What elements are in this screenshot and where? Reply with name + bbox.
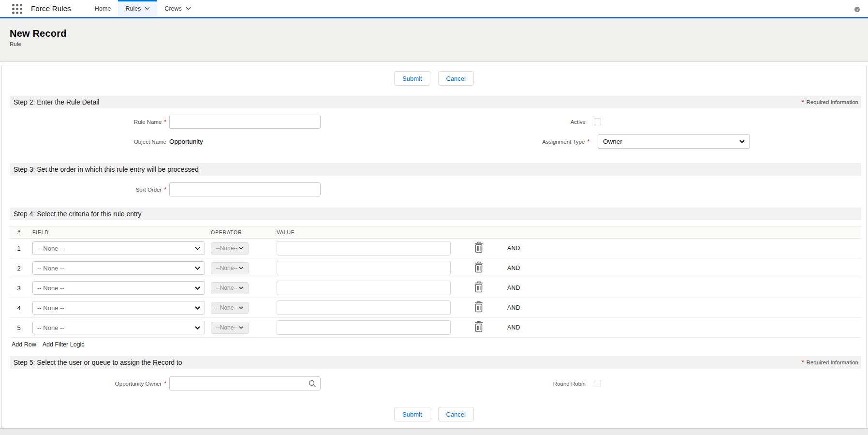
value-input[interactable] — [277, 300, 451, 315]
round-robin-checkbox[interactable] — [594, 380, 601, 387]
opportunity-owner-input[interactable] — [169, 376, 321, 390]
delete-row-button[interactable] — [473, 300, 484, 313]
info-icon[interactable]: i — [854, 7, 860, 12]
step5-header: Step 5: Select the user or queue to assi… — [10, 356, 861, 369]
nav-tabs: Home Rules Crews — [88, 0, 198, 17]
delete-row-button[interactable] — [473, 320, 484, 333]
trash-icon — [473, 281, 484, 293]
cancel-button[interactable]: Cancel — [438, 71, 474, 86]
new-record-form-card: Submit Cancel Step 2: Enter the Rule Det… — [1, 65, 867, 428]
criteria-row: 3 -- None -- --None-- AND — [10, 278, 861, 298]
criteria-row: 2 -- None -- --None-- AND — [10, 258, 861, 278]
row-number: 1 — [10, 245, 28, 252]
and-connector: AND — [485, 265, 520, 271]
chevron-down-icon — [186, 7, 191, 10]
add-filter-logic-link[interactable]: Add Filter Logic — [43, 341, 85, 348]
column-header-num: # — [10, 229, 28, 235]
page-subtitle: Rule — [10, 41, 868, 47]
and-connector: AND — [485, 245, 520, 252]
operator-select[interactable]: --None-- — [211, 282, 249, 294]
chevron-down-icon — [739, 140, 745, 143]
criteria-row: 1 -- None -- --None-- AND — [10, 239, 861, 258]
step2-header: Step 2: Enter the Rule Detail *Required … — [10, 96, 861, 108]
trash-icon — [473, 241, 484, 254]
submit-button[interactable]: Submit — [394, 407, 430, 421]
submit-button[interactable]: Submit — [394, 71, 430, 86]
and-connector: AND — [485, 304, 520, 311]
field-select[interactable]: -- None -- — [32, 301, 205, 315]
required-asterisk: * — [802, 359, 804, 366]
row-number: 2 — [10, 265, 28, 272]
assignment-type-label: Assignment Type* — [324, 138, 589, 145]
step2-title: Step 2: Enter the Rule Detail — [14, 98, 99, 106]
active-checkbox[interactable] — [594, 118, 601, 125]
value-input[interactable] — [277, 320, 451, 335]
cancel-button[interactable]: Cancel — [438, 407, 474, 421]
trash-icon — [473, 300, 484, 313]
operator-select[interactable]: --None-- — [211, 322, 249, 334]
required-asterisk: * — [164, 186, 166, 193]
field-select[interactable]: -- None -- — [32, 321, 205, 334]
sort-order-label: Sort Order* — [2, 186, 166, 193]
criteria-row: 4 -- None -- --None-- AND — [10, 298, 861, 318]
opportunity-owner-row: Opportunity Owner* Round Robin — [2, 376, 866, 390]
tab-crews[interactable]: Crews — [157, 0, 198, 17]
step3-title: Step 3: Set the order in which this rule… — [14, 165, 199, 173]
chevron-down-icon — [195, 326, 200, 330]
tab-rules[interactable]: Rules — [118, 0, 157, 17]
table-links: Add Row Add Filter Logic — [12, 341, 866, 348]
rule-name-label: Rule Name* — [2, 119, 166, 125]
column-header-value: VALUE — [271, 229, 452, 235]
rule-name-row: Rule Name* Active — [2, 115, 866, 129]
object-name-row: Object Name Opportunity Assignment Type*… — [2, 135, 866, 149]
chevron-down-icon — [195, 286, 200, 290]
criteria-table-header: # FIELD OPERATOR VALUE — [10, 226, 861, 239]
tab-rules-label: Rules — [125, 5, 141, 12]
app-launcher-icon[interactable] — [12, 4, 23, 15]
tab-home-label: Home — [95, 5, 111, 12]
page-header: New Record Rule — [0, 18, 868, 62]
chevron-down-icon — [239, 267, 243, 270]
and-connector: AND — [485, 285, 520, 291]
delete-row-button[interactable] — [473, 281, 484, 293]
object-name-value: Opportunity — [169, 138, 324, 145]
row-number: 3 — [10, 285, 28, 292]
sort-order-row: Sort Order* — [2, 182, 866, 196]
assignment-type-select[interactable]: Owner — [598, 135, 750, 149]
top-action-buttons: Submit Cancel — [2, 71, 866, 86]
value-input[interactable] — [277, 261, 451, 275]
rule-name-input[interactable] — [169, 115, 321, 129]
delete-row-button[interactable] — [473, 261, 484, 273]
operator-select[interactable]: --None-- — [211, 302, 249, 314]
object-name-label: Object Name — [2, 139, 166, 145]
sort-order-input[interactable] — [169, 182, 321, 196]
page-bottom-background — [0, 428, 868, 435]
column-header-operator: OPERATOR — [205, 229, 271, 235]
step4-title: Step 4: Select the criteria for this rul… — [14, 210, 142, 218]
value-input[interactable] — [277, 281, 451, 295]
operator-select[interactable]: --None-- — [211, 242, 249, 255]
step4-header: Step 4: Select the criteria for this rul… — [10, 208, 861, 220]
required-information-note: *Required Information — [802, 99, 858, 105]
tab-crews-label: Crews — [164, 5, 181, 12]
field-select[interactable]: -- None -- — [32, 261, 205, 275]
chevron-down-icon — [239, 247, 243, 250]
delete-row-button[interactable] — [473, 241, 484, 254]
value-input[interactable] — [277, 241, 451, 255]
field-select[interactable]: -- None -- — [32, 241, 205, 255]
chevron-down-icon — [239, 286, 243, 289]
chevron-down-icon — [239, 326, 243, 329]
chevron-down-icon — [195, 306, 200, 310]
chevron-down-icon — [239, 306, 243, 309]
page-title: New Record — [10, 28, 868, 39]
opportunity-owner-label: Opportunity Owner* — [2, 380, 166, 387]
round-robin-label: Round Robin — [321, 381, 586, 387]
search-icon[interactable] — [309, 380, 316, 388]
trash-icon — [473, 261, 484, 273]
tab-home[interactable]: Home — [88, 0, 118, 17]
field-select[interactable]: -- None -- — [32, 281, 205, 295]
operator-select[interactable]: --None-- — [211, 262, 249, 274]
required-asterisk: * — [587, 138, 589, 145]
add-row-link[interactable]: Add Row — [12, 341, 36, 348]
bottom-action-buttons: Submit Cancel — [2, 407, 866, 421]
